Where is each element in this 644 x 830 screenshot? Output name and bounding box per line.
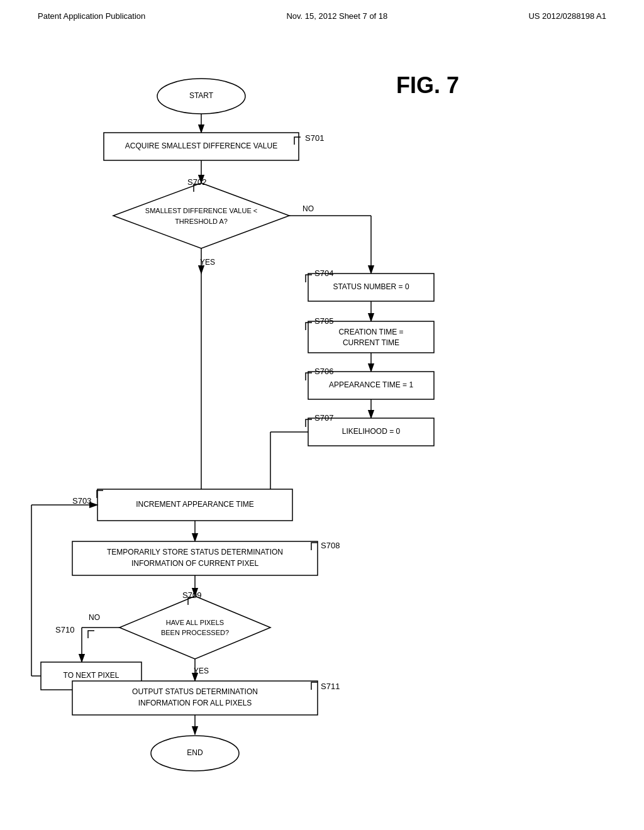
header-right: US 2012/0288198 A1 xyxy=(528,11,606,21)
s707-text: LIKELIHOOD = 0 xyxy=(342,427,401,436)
s708-box xyxy=(72,541,318,575)
s701-id: S701 xyxy=(305,133,324,143)
s705-text2: CURRENT TIME xyxy=(343,338,399,347)
s706-id: S706 xyxy=(314,367,333,376)
s711-text2: INFORMATION FOR ALL PIXELS xyxy=(138,699,252,707)
s702-text1: SMALLEST DIFFERENCE VALUE < xyxy=(145,207,257,214)
s702-diamond xyxy=(113,183,289,248)
end-label: END xyxy=(187,748,203,757)
s704-text: STATUS NUMBER = 0 xyxy=(333,282,409,291)
s709-diamond xyxy=(119,596,270,659)
fig-title: FIG. 7 xyxy=(396,72,459,98)
s709-text1: HAVE ALL PIXELS xyxy=(166,619,224,626)
s709-id: S709 xyxy=(182,590,201,600)
no-label: NO xyxy=(303,204,314,213)
flowchart-diagram: FIG. 7 START ACQUIRE SMALLEST DIFFERENCE… xyxy=(0,27,644,826)
s711-id: S711 xyxy=(321,682,340,691)
s703-id: S703 xyxy=(72,496,91,506)
s708-text1: TEMPORARILY STORE STATUS DETERMINATION xyxy=(107,548,283,556)
s705-text1: CREATION TIME = xyxy=(338,328,403,336)
s710-id: S710 xyxy=(55,625,74,634)
s711-box xyxy=(72,681,318,715)
s707-id: S707 xyxy=(314,413,333,423)
s702-id: S702 xyxy=(187,177,206,187)
s704-id: S704 xyxy=(314,268,333,278)
s709-text2: BEEN PROCESSED? xyxy=(161,629,229,636)
yes-label: YES xyxy=(200,258,215,267)
s705-id: S705 xyxy=(314,316,333,326)
s708-text2: INFORMATION OF CURRENT PIXEL xyxy=(131,559,259,568)
s701-text: ACQUIRE SMALLEST DIFFERENCE VALUE xyxy=(125,141,277,150)
header-middle: Nov. 15, 2012 Sheet 7 of 18 xyxy=(286,11,387,21)
s705-box xyxy=(308,321,434,353)
s708-id: S708 xyxy=(321,541,340,550)
header-left: Patent Application Publication xyxy=(38,11,145,21)
yes2-label: YES xyxy=(194,667,209,675)
s703-text: INCREMENT APPEARANCE TIME xyxy=(136,500,254,509)
page-header: Patent Application Publication Nov. 15, … xyxy=(0,0,644,21)
s710-tick xyxy=(88,631,94,638)
s702-text2: THRESHOLD A? xyxy=(175,218,228,225)
s710-text: TO NEXT PIXEL xyxy=(64,671,119,680)
no2-label: NO xyxy=(89,613,100,622)
s706-text: APPEARANCE TIME = 1 xyxy=(329,380,413,389)
s711-text1: OUTPUT STATUS DETERMINATION xyxy=(132,687,258,696)
start-label: START xyxy=(189,91,214,100)
